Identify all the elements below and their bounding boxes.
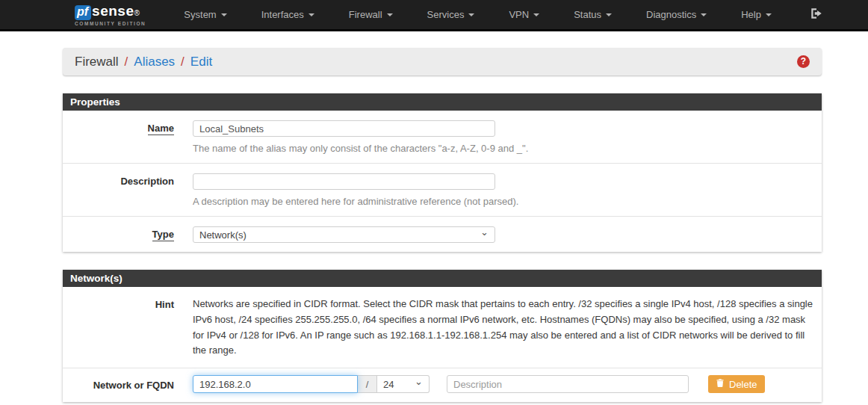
- breadcrumb-separator: /: [181, 55, 185, 69]
- chevron-down-icon: [468, 13, 474, 16]
- cidr-separator: /: [358, 375, 377, 393]
- description-input[interactable]: [193, 173, 495, 190]
- nav-item-label: Firewall: [349, 9, 382, 20]
- networks-panel: Network(s) Hint Networks are specified i…: [63, 270, 822, 402]
- hint-row: Hint Networks are specified in CIDR form…: [63, 287, 822, 368]
- nav-item-diagnostics[interactable]: Diagnostics: [629, 0, 724, 29]
- sign-out-icon: [810, 7, 823, 22]
- hint-text: Networks are specified in CIDR format. S…: [193, 297, 813, 359]
- name-input[interactable]: [193, 120, 495, 137]
- pfsense-logo[interactable]: pf sense ® COMMUNITY EDITION: [75, 3, 146, 26]
- chevron-down-icon: ⌄: [480, 229, 489, 236]
- delete-button-label: Delete: [729, 379, 757, 390]
- chevron-down-icon: [606, 13, 612, 16]
- registered-mark: ®: [134, 9, 139, 17]
- breadcrumb-edit-link[interactable]: Edit: [190, 55, 212, 69]
- main-menu: System Interfaces Firewall Services VPN …: [167, 0, 789, 29]
- description-row: Description A description may be entered…: [63, 164, 822, 217]
- pfsense-logo-sense: sense: [92, 3, 134, 19]
- properties-panel: Properties Name The name of the alias ma…: [63, 93, 822, 252]
- chevron-down-icon: [766, 13, 772, 16]
- nav-item-label: Help: [741, 9, 761, 20]
- name-row: Name The name of the alias may only cons…: [63, 111, 822, 164]
- type-select-value: Network(s): [199, 229, 247, 241]
- trash-icon: [716, 378, 725, 390]
- nav-item-status[interactable]: Status: [557, 0, 629, 29]
- description-help-text: A description may be entered here for ad…: [193, 196, 813, 207]
- nav-item-label: Services: [427, 9, 465, 20]
- nav-item-system[interactable]: System: [167, 0, 244, 29]
- chevron-down-icon: ⌄: [415, 378, 423, 386]
- nav-item-label: System: [184, 9, 216, 20]
- nav-item-vpn[interactable]: VPN: [492, 0, 557, 29]
- network-fqdn-label: Network or FQDN: [63, 377, 174, 391]
- chevron-down-icon: [221, 13, 227, 16]
- breadcrumb-aliases-link[interactable]: Aliases: [134, 55, 175, 69]
- chevron-down-icon: [701, 13, 707, 16]
- help-icon[interactable]: ?: [797, 55, 810, 68]
- delete-network-button[interactable]: Delete: [708, 375, 765, 393]
- nav-item-help[interactable]: Help: [724, 0, 789, 29]
- networks-panel-title: Network(s): [63, 270, 822, 287]
- pfsense-logo-pf-badge: pf: [75, 5, 91, 20]
- nav-item-interfaces[interactable]: Interfaces: [244, 0, 332, 29]
- nav-item-label: Interfaces: [261, 9, 304, 20]
- network-description-input[interactable]: [447, 375, 689, 393]
- nav-item-label: VPN: [509, 9, 529, 20]
- type-row: Type Network(s) ⌄: [63, 217, 822, 252]
- breadcrumb-separator: /: [125, 55, 128, 69]
- properties-panel-title: Properties: [63, 93, 822, 111]
- nav-item-label: Status: [574, 9, 601, 20]
- description-label: Description: [63, 173, 174, 207]
- chevron-down-icon: [387, 13, 393, 16]
- breadcrumb-firewall: Firewall: [75, 55, 119, 69]
- name-help-text: The name of the alias may only consist o…: [193, 143, 813, 154]
- nav-item-services[interactable]: Services: [410, 0, 492, 29]
- pfsense-tagline: COMMUNITY EDITION: [75, 21, 146, 26]
- cidr-mask-select[interactable]: 24 ⌄: [377, 375, 430, 393]
- pfsense-logo-wordmark: pf sense ®: [75, 3, 146, 20]
- breadcrumb: Firewall / Aliases / Edit ?: [63, 48, 822, 75]
- logout-button[interactable]: [810, 7, 823, 22]
- network-entry-row: Network or FQDN / 24 ⌄ De: [63, 368, 822, 402]
- nav-item-label: Diagnostics: [646, 9, 696, 20]
- chevron-down-icon: [309, 13, 314, 16]
- type-select[interactable]: Network(s) ⌄: [193, 226, 495, 243]
- name-label: Name: [63, 120, 174, 154]
- type-label: Type: [63, 226, 174, 243]
- cidr-mask-value: 24: [383, 379, 394, 390]
- top-navbar: pf sense ® COMMUNITY EDITION System Inte…: [0, 0, 868, 31]
- chevron-down-icon: [533, 13, 539, 16]
- nav-item-firewall[interactable]: Firewall: [332, 0, 410, 29]
- network-address-input[interactable]: [193, 375, 358, 393]
- hint-label: Hint: [63, 297, 174, 359]
